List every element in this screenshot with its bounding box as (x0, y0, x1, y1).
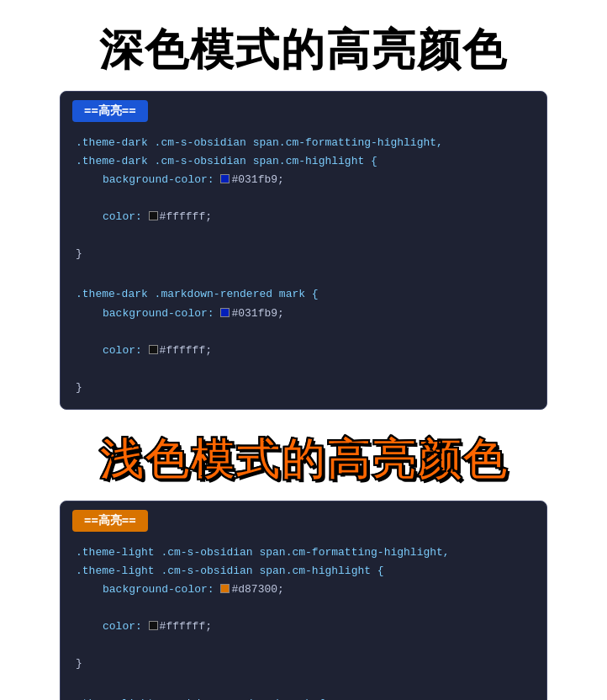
dark-selector-1: .theme-dark .cm-s-obsidian span.cm-forma… (76, 136, 443, 149)
light-swatch-orange-1 (220, 584, 230, 593)
light-highlight-tag: ==高亮== (72, 510, 148, 532)
dark-prop-color-name-2: color: (89, 344, 149, 357)
dark-prop-color-1: color: #ffffff; (76, 208, 531, 226)
dark-highlight-tag: ==高亮== (72, 100, 148, 122)
light-prop-color-val-1: #ffffff; (160, 620, 212, 633)
dark-mode-section: 深色模式的高亮颜色 ==高亮== .theme-dark .cm-s-obsid… (34, 25, 573, 410)
light-code-body: .theme-light .cm-s-obsidian span.cm-form… (61, 540, 546, 700)
light-swatch-black-1 (149, 621, 158, 630)
dark-selector-2: .theme-dark .cm-s-obsidian span.cm-highl… (76, 155, 377, 167)
light-code-section-1: .theme-light .cm-s-obsidian span.cm-form… (76, 544, 531, 674)
dark-prop-bg-2: background-color: #031fb9; (76, 305, 531, 323)
light-prop-color-1: color: #ffffff; (76, 618, 531, 636)
dark-code-section-2: .theme-dark .markdown-rendered mark { ba… (76, 285, 531, 397)
dark-prop-color-val-2: #ffffff; (160, 344, 212, 357)
light-mode-section: 浅色模式的高亮颜色 ==高亮== .theme-light .cm-s-obsi… (34, 435, 573, 700)
light-prop-color-name-1: color: (89, 620, 149, 633)
dark-prop-bg-name-2: background-color: (89, 307, 220, 320)
light-code-section-2: .theme-light .markdown-rendered mark { b… (76, 695, 531, 700)
light-selector-2: .theme-light .cm-s-obsidian span.cm-high… (76, 565, 384, 577)
light-mode-code-block: ==高亮== .theme-light .cm-s-obsidian span.… (60, 501, 547, 700)
light-prop-bg-val-1: #d87300; (231, 583, 283, 596)
dark-prop-bg-val-1: #031fb9; (231, 173, 283, 186)
dark-swatch-black-2 (149, 345, 158, 354)
dark-prop-color-name-1: color: (89, 210, 149, 223)
dark-swatch-blue-2 (220, 308, 230, 317)
dark-close-brace-2: } (76, 381, 82, 394)
light-close-brace-1: } (76, 657, 82, 670)
light-selector-1: .theme-light .cm-s-obsidian span.cm-form… (76, 546, 450, 559)
dark-prop-bg-name-1: background-color: (89, 173, 220, 186)
dark-prop-color-2: color: #ffffff; (76, 342, 531, 360)
dark-prop-color-val-1: #ffffff; (160, 210, 212, 223)
dark-mode-code-block: ==高亮== .theme-dark .cm-s-obsidian span.c… (60, 91, 547, 410)
dark-prop-bg-1: background-color: #031fb9; (76, 171, 531, 189)
dark-swatch-blue-1 (220, 174, 230, 183)
dark-close-brace-1: } (76, 247, 82, 260)
dark-mode-title: 深色模式的高亮颜色 (34, 25, 573, 76)
dark-swatch-black-1 (149, 211, 158, 220)
dark-code-section-1: .theme-dark .cm-s-obsidian span.cm-forma… (76, 134, 531, 264)
light-prop-bg-name-1: background-color: (89, 583, 220, 596)
dark-code-body: .theme-dark .cm-s-obsidian span.cm-forma… (61, 130, 546, 409)
dark-prop-bg-val-2: #031fb9; (231, 307, 283, 320)
dark-selector-3: .theme-dark .markdown-rendered mark { (76, 288, 319, 300)
light-prop-bg-1: background-color: #d87300; (76, 581, 531, 599)
light-mode-title: 浅色模式的高亮颜色 (34, 435, 573, 485)
